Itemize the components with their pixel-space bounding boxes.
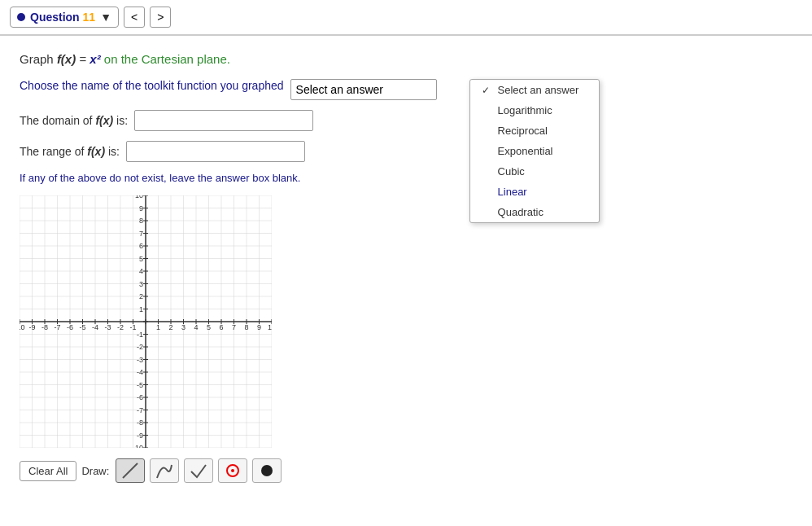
- clear-all-button[interactable]: Clear All: [20, 461, 76, 481]
- graph-instruction: Graph f(x) = x² on the Cartesian plane.: [20, 52, 792, 66]
- question-dot: [17, 13, 25, 21]
- dropdown-item-quadratic[interactable]: Quadratic: [470, 202, 599, 222]
- question-word: Question: [30, 11, 80, 24]
- nav-prev-button[interactable]: <: [124, 7, 145, 28]
- header-bar: Question 11 ▼ < >: [0, 0, 812, 35]
- question-number: 11: [83, 11, 96, 24]
- range-row: The range of f(x) is:: [20, 141, 792, 162]
- dot-icon: [258, 462, 276, 480]
- draw-curve-tool[interactable]: [150, 458, 179, 483]
- dropdown-item-reciprocal[interactable]: Reciprocal: [470, 121, 599, 141]
- instruction-equals: =: [79, 52, 89, 66]
- main-content: Graph f(x) = x² on the Cartesian plane. …: [0, 36, 812, 502]
- dropdown-item-logarithmic[interactable]: Logarithmic: [470, 100, 599, 121]
- function-dropdown-menu: ✓ Select an answer Logarithmic Reciproca…: [469, 79, 600, 223]
- circle-icon: [224, 462, 242, 480]
- line-icon: [121, 462, 139, 480]
- range-input[interactable]: [126, 141, 305, 162]
- check-icon: ✓: [482, 85, 493, 96]
- curve-icon: [155, 462, 173, 480]
- instruction-on-text: on the Cartesian plane.: [104, 52, 230, 66]
- question-selector[interactable]: Question 11 ▼: [10, 7, 119, 28]
- checkmark-icon: [190, 462, 207, 480]
- draw-check-tool[interactable]: [184, 458, 213, 483]
- dropdown-item-select[interactable]: ✓ Select an answer: [470, 80, 599, 100]
- choose-text: Choose the name of the toolkit function …: [20, 79, 284, 92]
- dropdown-item-exponential[interactable]: Exponential: [470, 141, 599, 161]
- domain-label: The domain of f(x) is:: [20, 114, 128, 127]
- draw-label: Draw:: [81, 465, 109, 477]
- svg-point-2: [231, 469, 234, 472]
- graph-canvas-area: [20, 195, 272, 448]
- function-dropdown-trigger[interactable]: [290, 79, 437, 100]
- dropdown-item-cubic[interactable]: Cubic: [470, 161, 599, 182]
- draw-line-tool[interactable]: [116, 458, 145, 483]
- function-dropdown-container: ✓ Select an answer Logarithmic Reciproca…: [290, 79, 437, 100]
- question-label: Question 11: [30, 11, 95, 24]
- if-note: If any of the above do not exist, leave …: [20, 172, 792, 184]
- graph-wrapper: Clear All Draw:: [20, 195, 792, 486]
- draw-circle-tool[interactable]: [218, 458, 247, 483]
- graph-canvas[interactable]: [20, 195, 272, 448]
- range-label: The range of f(x) is:: [20, 145, 120, 158]
- draw-toolbar: Clear All Draw:: [20, 455, 792, 486]
- instruction-equation: x²: [89, 52, 100, 66]
- svg-line-0: [123, 463, 138, 478]
- instruction-fx: f(x): [57, 52, 76, 66]
- nav-next-button[interactable]: >: [150, 7, 171, 28]
- domain-row: The domain of f(x) is:: [20, 110, 792, 131]
- instruction-graph: Graph: [20, 52, 54, 66]
- draw-dot-tool[interactable]: [252, 458, 282, 483]
- chevron-down-icon: ▼: [100, 11, 111, 24]
- dropdown-item-linear[interactable]: Linear: [470, 182, 599, 202]
- svg-point-3: [261, 465, 273, 476]
- domain-input[interactable]: [134, 110, 313, 131]
